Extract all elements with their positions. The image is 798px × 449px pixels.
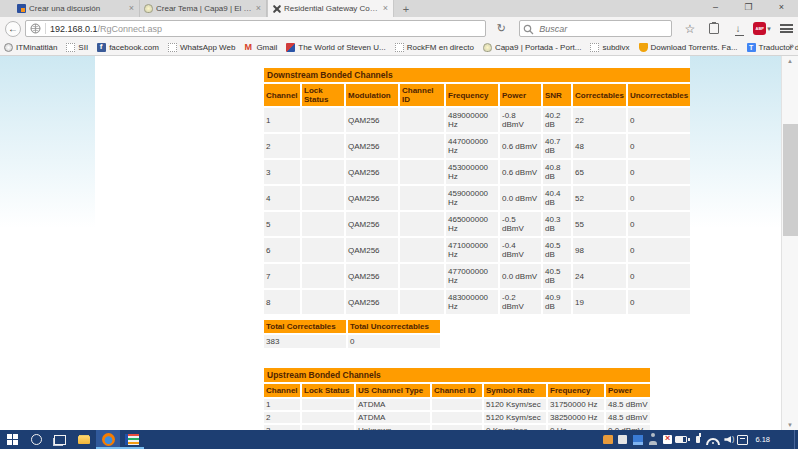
site-identity-globe-icon — [30, 23, 41, 34]
show-desktop-button[interactable] — [794, 430, 798, 449]
bookmarks-menu-icon[interactable] — [702, 20, 726, 38]
close-button[interactable]: × — [765, 0, 798, 15]
table-cell: 24 — [573, 264, 626, 288]
table-cell: 5120 Ksym/sec — [484, 399, 546, 410]
table-cell: -0.2 dBmV — [500, 290, 541, 314]
table-cell: 0.6 dBmV — [500, 160, 541, 184]
table-title: Upstream Bonded Channels — [264, 368, 650, 382]
tray-app2-icon[interactable] — [615, 430, 630, 449]
bookmark-star-icon[interactable]: ☆ — [678, 20, 702, 38]
column-header: Correctables — [573, 84, 626, 106]
maximize-button[interactable]: ❐ — [732, 0, 765, 15]
wifi-icon[interactable] — [705, 430, 720, 449]
table-cell: QAM256 — [346, 238, 398, 262]
bookmark-item[interactable]: subdivx — [590, 43, 629, 52]
tray-app5-icon[interactable] — [660, 430, 675, 449]
speaker-icon[interactable] — [720, 430, 735, 449]
scroll-up-arrow[interactable]: ▲ — [782, 58, 798, 64]
tab[interactable]: Crear Tema | Capa9 | El Po...× — [140, 0, 267, 17]
bookmark-item[interactable]: Capa9 | Portada - Port... — [483, 43, 582, 52]
column-header: Total Correctables — [264, 320, 346, 333]
scroll-down-arrow[interactable]: ▼ — [782, 422, 798, 428]
bookmark-item[interactable]: The World of Steven U... — [286, 43, 385, 52]
search-button[interactable] — [24, 430, 48, 449]
firefox-button[interactable] — [96, 430, 120, 449]
bookmark-item[interactable]: SII — [66, 43, 88, 52]
table-cell: 0 — [628, 108, 690, 132]
search-icon — [523, 24, 534, 35]
table-cell: QAM256 — [346, 160, 398, 184]
reload-button[interactable]: ↻ — [491, 22, 511, 35]
table-cell: 471000000 Hz — [446, 238, 498, 262]
column-header: Lock Status — [302, 84, 344, 106]
table-row: 1QAM256489000000 Hz-0.8 dBmV40.2 dB220 — [264, 108, 690, 132]
bookmark-item[interactable]: Download Torrents. Fa... — [639, 43, 738, 52]
table-cell: 489000000 Hz — [446, 108, 498, 132]
page-scrollbar[interactable]: ▲ ▼ — [781, 56, 798, 430]
action-center-icon[interactable] — [735, 430, 750, 449]
playlist-app-button[interactable] — [120, 430, 144, 449]
clock[interactable]: 6.18 — [755, 435, 770, 444]
url-path: /RgConnect.asp — [98, 24, 163, 34]
battery-icon[interactable] — [675, 430, 690, 449]
tab[interactable]: Residential Gateway Confi...× — [267, 0, 394, 17]
table-cell — [432, 399, 482, 410]
table-cell: 5120 Ksym/sec — [484, 412, 546, 423]
column-header: Channel ID — [432, 384, 482, 397]
table-cell: 2 — [264, 134, 300, 158]
tab-close-icon[interactable]: × — [128, 4, 135, 13]
bookmark-label: ITMinatitlán — [16, 43, 57, 52]
navigation-toolbar: ← 192.168.0.1/RgConnect.asp ↻ ☆ ↓ ABP▾ — [0, 17, 798, 40]
tray-app4-icon[interactable] — [645, 430, 660, 449]
column-header: Channel ID — [400, 84, 444, 106]
minimize-button[interactable]: – — [699, 0, 732, 15]
table-cell: -0.5 dBmV — [500, 212, 541, 236]
search-input[interactable] — [537, 21, 667, 36]
table-row: 1ATDMA5120 Ksym/sec31750000 Hz48.5 dBmV — [264, 399, 650, 410]
url-bar[interactable]: 192.168.0.1/RgConnect.asp — [25, 20, 486, 37]
bookmark-item[interactable]: RockFM en directo — [395, 43, 474, 52]
bookmark-label: facebook.com — [109, 43, 159, 52]
table-cell: 459000000 Hz — [446, 186, 498, 210]
table-cell: 465000000 Hz — [446, 212, 498, 236]
tab[interactable]: Crear una discusión× — [13, 0, 140, 17]
tab-close-icon[interactable]: × — [255, 4, 262, 13]
downloads-icon[interactable]: ↓ — [726, 20, 750, 38]
bookmark-item[interactable]: ITMinatitlán — [4, 43, 57, 52]
upstream-table: Upstream Bonded ChannelsChannelLock Stat… — [262, 366, 652, 438]
table-cell: 40.4 dB — [543, 186, 571, 210]
column-header: Channel — [264, 84, 300, 106]
bookmark-item[interactable]: Gmail — [244, 43, 277, 52]
gmail-icon — [244, 43, 253, 52]
bulb-icon — [144, 4, 153, 13]
adblock-plus-icon[interactable]: ABP▾ — [750, 20, 774, 38]
bookmark-label: Download Torrents. Fa... — [651, 43, 738, 52]
table-cell: 8 — [264, 290, 300, 314]
site-favicon — [286, 43, 295, 52]
back-button[interactable]: ← — [5, 21, 21, 37]
table-cell: 4 — [264, 186, 300, 210]
facebook-icon — [97, 43, 106, 52]
bookmark-item[interactable]: WhatsApp Web — [168, 43, 235, 52]
table-cell — [400, 290, 444, 314]
bookmark-label: WhatsApp Web — [180, 43, 235, 52]
search-bar — [519, 20, 672, 37]
new-tab-button[interactable]: + — [394, 0, 418, 17]
menu-hamburger-icon[interactable] — [774, 20, 798, 38]
scrollbar-thumb[interactable] — [783, 124, 798, 236]
table-cell: 483000000 Hz — [446, 290, 498, 314]
power-plug-icon[interactable] — [690, 430, 705, 449]
bookmarks-overflow-chevron[interactable]: » — [789, 41, 794, 51]
tab-close-icon[interactable]: × — [382, 4, 389, 13]
task-view-button[interactable] — [48, 430, 72, 449]
file-explorer-button[interactable] — [72, 430, 96, 449]
tray-app3-icon[interactable] — [630, 430, 645, 449]
start-button[interactable] — [0, 430, 24, 449]
tray-app1-icon[interactable] — [600, 430, 615, 449]
table-cell: 1 — [264, 399, 300, 410]
column-header: Symbol Rate — [484, 384, 546, 397]
table-cell: 38250000 Hz — [548, 412, 604, 423]
bookmark-item[interactable]: facebook.com — [97, 43, 159, 52]
column-header: Frequency — [446, 84, 498, 106]
table-cell: 1 — [264, 108, 300, 132]
